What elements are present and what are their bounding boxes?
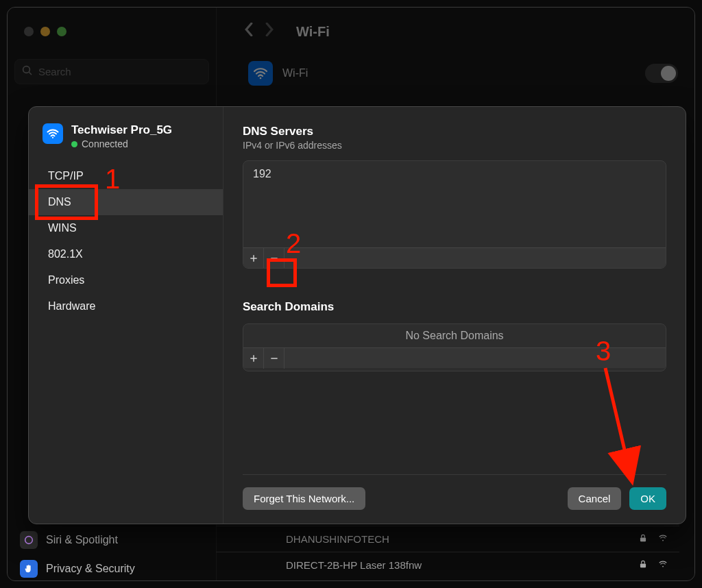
- sidebar-item-label: Siri & Spotlight: [46, 534, 118, 546]
- dns-servers-title: DNS Servers: [243, 125, 666, 138]
- sidebar-item-siri[interactable]: Siri & Spotlight: [20, 526, 216, 554]
- network-name: DHANUSHINFOTECH: [286, 533, 389, 545]
- dns-servers-list[interactable]: 192: [243, 160, 666, 269]
- dns-remove-button[interactable]: [264, 248, 285, 269]
- svg-point-5: [662, 540, 664, 541]
- sheet-footer: Forget This Network... Cancel OK: [243, 474, 666, 510]
- network-name: DIRECT-2B-HP Laser 138fnw: [286, 559, 422, 571]
- search-domains-section: Search Domains No Search Domains: [243, 300, 666, 371]
- svg-rect-6: [640, 563, 646, 567]
- wifi-signal-icon: [657, 559, 668, 571]
- search-add-button[interactable]: [243, 348, 264, 369]
- sidebar-item-privacy[interactable]: Privacy & Security: [20, 554, 216, 581]
- network-icons: [638, 559, 668, 571]
- status-dot-icon: [71, 141, 77, 147]
- network-name: Techwiser Pro_5G: [71, 123, 172, 137]
- svg-point-7: [662, 566, 664, 567]
- siri-icon: [20, 531, 38, 549]
- search-domains-title: Search Domains: [243, 300, 666, 314]
- tab-8021x[interactable]: 802.1X: [29, 241, 223, 267]
- dns-add-button[interactable]: [243, 248, 264, 269]
- forget-network-button[interactable]: Forget This Network...: [243, 487, 365, 510]
- svg-rect-4: [640, 537, 646, 541]
- settings-tabs: TCP/IP DNS WINS 802.1X Proxies Hardware: [29, 163, 223, 319]
- hand-icon: [20, 560, 38, 578]
- tab-proxies[interactable]: Proxies: [29, 267, 223, 293]
- cancel-button[interactable]: Cancel: [568, 487, 622, 510]
- sidebar-below-sheet: Siri & Spotlight Privacy & Security: [8, 526, 216, 581]
- sheet-sidebar: Techwiser Pro_5G Connected TCP/IP DNS WI…: [29, 107, 223, 524]
- status-text: Connected: [82, 138, 128, 149]
- network-header: Techwiser Pro_5G Connected: [29, 119, 223, 158]
- lock-icon: [638, 559, 648, 571]
- wifi-networks-below: DHANUSHINFOTECH DIRECT-2B-HP Laser 138fn…: [216, 526, 679, 578]
- tab-tcpip[interactable]: TCP/IP: [29, 163, 223, 189]
- settings-window: Wi-Fi Wi-Fi Siri & Spotlight Privacy: [7, 7, 695, 581]
- lock-icon: [638, 533, 648, 545]
- ok-button[interactable]: OK: [629, 487, 666, 510]
- dns-servers-rows: 192: [243, 161, 666, 247]
- network-row[interactable]: DIRECT-2B-HP Laser 138fnw: [216, 552, 679, 578]
- search-domains-controls: [243, 347, 666, 368]
- dns-servers-subtitle: IPv4 or IPv6 addresses: [243, 140, 666, 151]
- sheet-content: DNS Servers IPv4 or IPv6 addresses 192 S…: [223, 107, 686, 524]
- wifi-signal-icon: [657, 533, 668, 545]
- svg-point-3: [25, 537, 33, 544]
- search-domains-list[interactable]: No Search Domains: [243, 323, 666, 371]
- tab-hardware[interactable]: Hardware: [29, 293, 223, 319]
- wifi-details-sheet: Techwiser Pro_5G Connected TCP/IP DNS WI…: [28, 106, 686, 524]
- network-icons: [638, 533, 668, 545]
- tab-wins[interactable]: WINS: [29, 215, 223, 241]
- dns-server-entry[interactable]: 192: [243, 161, 666, 187]
- dns-list-controls: [243, 247, 666, 268]
- wifi-icon: [43, 123, 63, 144]
- tab-dns[interactable]: DNS: [29, 189, 223, 215]
- search-remove-button[interactable]: [264, 348, 285, 369]
- sidebar-item-label: Privacy & Security: [46, 563, 135, 575]
- svg-point-8: [52, 137, 53, 138]
- search-domains-empty: No Search Domains: [243, 324, 666, 347]
- network-status: Connected: [71, 138, 172, 149]
- network-row[interactable]: DHANUSHINFOTECH: [216, 526, 679, 552]
